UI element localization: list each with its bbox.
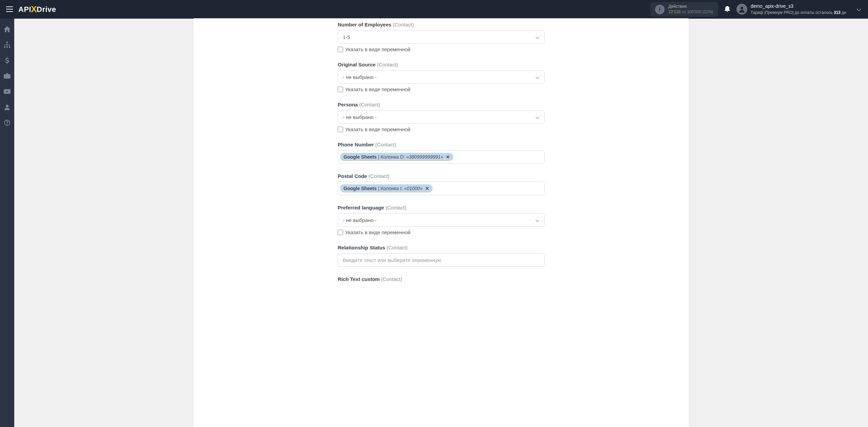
sidebar-profile[interactable] [0, 100, 14, 114]
chevron-down-icon [535, 74, 539, 80]
select-employees[interactable]: 1-5 [338, 30, 545, 44]
field-original-source: Original Source (Contact) - не выбрано -… [338, 62, 545, 92]
chevron-down-icon [535, 217, 539, 223]
info-icon: i [655, 5, 665, 14]
select-persona[interactable]: - не выбрано - [338, 110, 545, 124]
text-input[interactable] [340, 255, 542, 265]
field-context: (Contact) [387, 245, 408, 250]
field-label: Phone Number [338, 142, 374, 147]
checkbox-as-variable[interactable]: Указать в виде переменной [338, 86, 545, 92]
logo-text-pre: API [18, 5, 31, 14]
sidebar-help[interactable] [0, 116, 14, 130]
checkbox-input[interactable] [338, 87, 343, 92]
chevron-down-icon [535, 34, 539, 40]
field-phone: Phone Number (Contact) Google Sheets | К… [338, 142, 545, 164]
variable-chip[interactable]: Google Sheets | Колонка D: «380999999991… [340, 153, 453, 161]
actions-label: Действия: [669, 4, 713, 9]
field-rich-text: Rich Text custom (Contact) [338, 276, 545, 282]
user-menu[interactable]: demo_apix-drive_s3 Тариф |Премиум PRO| д… [736, 3, 846, 15]
select-value: - не выбрано - [343, 114, 377, 120]
select-original-source[interactable]: - не выбрано - [338, 70, 545, 84]
sidebar-connections[interactable] [0, 38, 14, 52]
variable-chip[interactable]: Google Sheets | Колонка I: «01000» ✕ [340, 184, 433, 192]
chip-remove-icon[interactable]: ✕ [425, 186, 429, 191]
chip-remove-icon[interactable]: ✕ [446, 154, 450, 160]
field-language: Preferred language (Contact) - не выбран… [338, 205, 545, 235]
field-context: (Contact) [381, 276, 402, 282]
select-value: - не выбрано - [343, 74, 377, 80]
field-label: Persona [338, 102, 358, 107]
input-relationship[interactable] [338, 253, 545, 267]
avatar-icon [736, 4, 747, 15]
logo-x: X [31, 4, 37, 15]
field-persona: Persona (Contact) - не выбрано - Указать… [338, 102, 545, 132]
field-label: Original Source [338, 62, 376, 67]
logo[interactable]: API X Drive [18, 4, 56, 15]
field-context: (Contact) [377, 62, 398, 67]
notifications-icon[interactable] [724, 5, 730, 14]
field-employees: Number of Employees (Contact) 1-5 Указат… [338, 22, 545, 52]
form-card: Number of Employees (Contact) 1-5 Указат… [194, 18, 689, 427]
sidebar [0, 19, 14, 427]
sidebar-billing[interactable] [0, 53, 14, 67]
svg-point-6 [6, 105, 8, 107]
svg-rect-2 [4, 46, 5, 48]
sidebar-briefcase[interactable] [0, 69, 14, 83]
field-context: (Contact) [359, 102, 380, 107]
svg-point-0 [741, 7, 743, 9]
svg-rect-1 [6, 42, 8, 43]
checkbox-input[interactable] [338, 127, 343, 132]
chevron-down-icon [535, 114, 539, 120]
checkbox-input[interactable] [338, 47, 343, 52]
checkbox-as-variable[interactable]: Указать в виде переменной [338, 229, 545, 235]
logo-text-post: Drive [37, 5, 56, 14]
checkbox-as-variable[interactable]: Указать в виде переменной [338, 126, 545, 132]
actions-count: 22'133 из 100'000 (22%) [669, 9, 713, 15]
field-relationship: Relationship Status (Contact) [338, 245, 545, 267]
svg-rect-3 [6, 46, 8, 48]
checkbox-as-variable[interactable]: Указать в виде переменной [338, 46, 545, 52]
field-label: Number of Employees [338, 22, 391, 27]
sidebar-home[interactable] [0, 22, 14, 36]
input-postal[interactable]: Google Sheets | Колонка I: «01000» ✕ [338, 182, 545, 195]
field-context: (Contact) [369, 173, 390, 179]
chevron-down-icon[interactable] [856, 7, 861, 12]
checkbox-input[interactable] [338, 230, 343, 235]
svg-point-8 [7, 124, 7, 124]
menu-toggle[interactable] [3, 2, 16, 17]
field-context: (Contact) [386, 205, 407, 210]
tariff-info: Тариф |Премиум PRO| до оплаты осталось 3… [751, 10, 846, 16]
field-postal: Postal Code (Contact) Google Sheets | Ко… [338, 173, 545, 195]
field-label: Relationship Status [338, 245, 385, 250]
field-label: Preferred language [338, 205, 384, 210]
field-label: Postal Code [338, 173, 367, 179]
select-value: 1-5 [343, 34, 350, 40]
sidebar-youtube[interactable] [0, 84, 14, 99]
input-phone[interactable]: Google Sheets | Колонка D: «380999999991… [338, 150, 545, 164]
actions-counter[interactable]: i Действия: 22'133 из 100'000 (22%) [650, 2, 718, 17]
svg-rect-4 [9, 46, 10, 48]
select-language[interactable]: - не выбрано - [338, 213, 545, 227]
select-value: - не выбрано - [343, 217, 377, 223]
field-context: (Contact) [393, 22, 414, 27]
field-context: (Contact) [375, 142, 396, 147]
user-name: demo_apix-drive_s3 [751, 3, 846, 10]
app-header: API X Drive i Действия: 22'133 из 100'00… [0, 0, 868, 19]
field-label: Rich Text custom [338, 276, 380, 282]
